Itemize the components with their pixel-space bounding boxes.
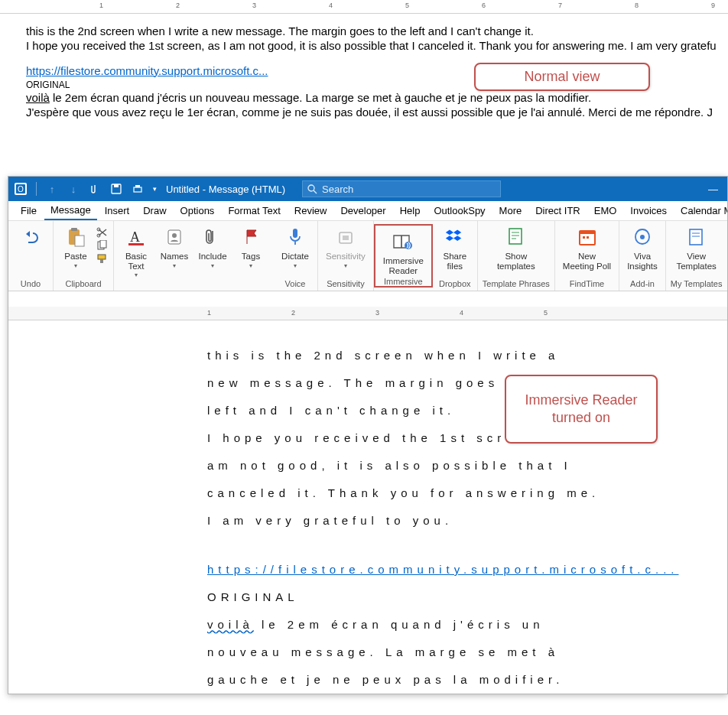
body-link[interactable]: https://filestore.community.support.micr… — [26, 64, 268, 77]
body-line: I am very grateful to you. — [207, 507, 727, 535]
copy-icon[interactable] — [96, 240, 109, 251]
tab-file[interactable]: File — [15, 202, 43, 219]
body-line: nouveau message. La marge se met à — [207, 639, 727, 666]
save-icon[interactable] — [110, 183, 122, 195]
down-arrow-icon[interactable]: ↓ — [67, 183, 80, 195]
svg-rect-22 — [293, 229, 297, 238]
group-immersive: Immersive Reader Immersive — [374, 224, 433, 288]
body-line: voilà le 2em écran quand j'écris un nouv… — [26, 91, 702, 106]
calendar-poll-icon — [576, 226, 599, 249]
svg-rect-6 — [135, 185, 140, 187]
outlook-icon: O — [15, 183, 27, 195]
tab-help[interactable]: Help — [394, 202, 427, 219]
paste-icon — [64, 226, 87, 249]
tab-developer[interactable]: Developer — [334, 202, 392, 219]
view-templates-button[interactable]: View Templates — [673, 223, 719, 271]
up-arrow-icon[interactable]: ↑ — [46, 183, 58, 195]
svg-rect-16 — [98, 255, 106, 259]
tab-emo[interactable]: EMO — [588, 202, 623, 219]
tab-invoices[interactable]: Invoices — [624, 202, 673, 219]
search-box[interactable]: Search — [302, 180, 501, 197]
svg-rect-26 — [509, 229, 522, 244]
svg-rect-24 — [343, 236, 349, 240]
group-dropbox: Share files Dropbox — [433, 221, 478, 291]
ruler-tick: 5 — [405, 2, 409, 9]
flag-icon — [239, 226, 262, 249]
group-label: My Templates — [671, 278, 723, 291]
ruler-tick: 3 — [252, 2, 256, 9]
tab-insert[interactable]: Insert — [99, 202, 136, 219]
svg-rect-11 — [75, 236, 84, 246]
undo-icon — [19, 226, 42, 249]
basic-text-button[interactable]: A Basic Text — [119, 223, 154, 279]
cut-icon[interactable] — [96, 227, 109, 238]
names-button[interactable]: Names — [157, 223, 192, 269]
attach-file-icon — [201, 226, 224, 249]
tab-more[interactable]: More — [493, 202, 528, 219]
minimize-button[interactable]: — — [708, 184, 718, 195]
group-voice: Dictate Voice — [273, 221, 318, 291]
group-my-templates: View Templates My Templates — [666, 221, 727, 291]
body-line: this is the 2nd screen when I write a — [207, 342, 727, 369]
svg-rect-33 — [587, 236, 589, 239]
share-files-button[interactable]: Share files — [437, 223, 473, 271]
body-line: voilà le 2em écran quand j'écris un — [207, 611, 727, 639]
svg-rect-15 — [100, 240, 106, 248]
microphone-icon — [284, 226, 307, 249]
group-findtime: New Meeting Poll FindTime — [555, 221, 619, 291]
body-line: canceled it. Thank you for answering me. — [207, 479, 727, 507]
viva-insights-icon — [631, 226, 654, 249]
svg-rect-17 — [100, 259, 103, 263]
group-label: Undo — [13, 278, 48, 291]
group-label: Immersive — [380, 275, 427, 288]
include-button[interactable]: Include — [195, 223, 230, 269]
ruler-tick: 1 — [99, 2, 103, 9]
svg-rect-19 — [128, 243, 144, 245]
svg-point-21 — [172, 233, 177, 238]
callout-immersive-reader: Immersive Reader turned on — [505, 375, 658, 444]
group-sensitivity: Sensitivity Sensitivity — [318, 221, 374, 291]
ruler-top: 1 2 3 4 5 6 7 8 9 — [0, 0, 728, 14]
group-label: Dropbox — [437, 278, 473, 291]
search-placeholder: Search — [322, 184, 353, 195]
ruler-tick: 6 — [482, 2, 486, 9]
tab-options[interactable]: Options — [174, 202, 221, 219]
body-line: J'espère que vous avez reçu le 1er écran… — [26, 106, 702, 120]
group-label: Add-in — [624, 278, 661, 291]
tab-outlookspy[interactable]: OutlookSpy — [427, 202, 491, 219]
print-icon[interactable] — [132, 183, 144, 195]
svg-rect-32 — [583, 236, 585, 239]
titlebar: O ↑ ↓ ▾ Untitled - Message (HTML) Search… — [8, 177, 727, 201]
tab-direct-itr[interactable]: Direct ITR — [529, 202, 587, 219]
body-link[interactable]: https://filestore.community.support.micr… — [207, 563, 679, 576]
tab-draw[interactable]: Draw — [137, 202, 172, 219]
tags-button[interactable]: Tags — [233, 223, 268, 269]
dictate-button[interactable]: Dictate — [278, 223, 313, 269]
immersive-reader-button[interactable]: Immersive Reader — [380, 227, 427, 275]
ribbon: Undo Paste Clipboard — [8, 221, 727, 291]
tab-format-text[interactable]: Format Text — [222, 202, 286, 219]
tab-review[interactable]: Review — [288, 202, 333, 219]
ruler-tick: 9 — [711, 2, 715, 9]
ruler-tick: 2 — [176, 2, 180, 9]
ruler-tick: 8 — [635, 2, 639, 9]
tab-message[interactable]: Message — [44, 201, 97, 220]
voila-word: voilà — [26, 91, 50, 104]
ruler-tick: 7 — [558, 2, 562, 9]
body-line: am not good, it is also possible that I — [207, 452, 727, 479]
search-icon — [307, 184, 317, 194]
tab-calendar-macros[interactable]: Calendar Macros — [674, 202, 727, 219]
attach-icon[interactable] — [89, 183, 101, 195]
undo-button[interactable] — [13, 223, 48, 250]
body-line: I hope you received the 1st screen, as I… — [26, 39, 702, 54]
format-painter-icon[interactable] — [96, 253, 109, 264]
voila-word: voilà — [207, 618, 254, 631]
group-template-phrases: Show templates Template Phrases — [478, 221, 555, 291]
show-templates-button[interactable]: Show templates — [494, 223, 538, 271]
original-label: ORIGINAL — [207, 583, 727, 611]
viva-insights-button[interactable]: Viva Insights — [624, 223, 661, 271]
new-meeting-poll-button[interactable]: New Meeting Poll — [560, 223, 614, 271]
group-basic: A Basic Text Names Include Tags — [114, 221, 273, 291]
svg-point-34 — [640, 235, 645, 239]
paste-button[interactable]: Paste — [58, 223, 93, 269]
